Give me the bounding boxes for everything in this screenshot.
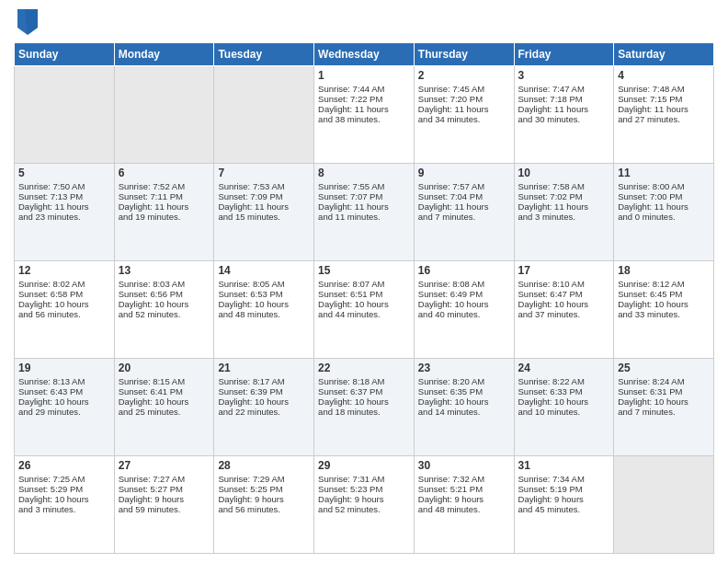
day-info: Sunrise: 7:58 AM [518,181,610,191]
day-number: 24 [518,362,610,374]
day-number: 7 [218,167,310,179]
day-info: Sunrise: 8:00 AM [618,181,710,191]
day-info: Daylight: 10 hours [318,396,410,407]
logo [14,9,38,35]
calendar-cell: 5Sunrise: 7:50 AMSunset: 7:13 PMDaylight… [15,164,115,261]
day-info: Sunset: 5:23 PM [318,484,410,494]
day-info: Sunset: 7:00 PM [618,191,710,201]
calendar-cell [214,66,314,164]
day-info: Daylight: 9 hours [218,494,310,504]
day-info: Daylight: 11 hours [418,104,510,114]
day-info: Sunrise: 8:20 AM [418,376,510,386]
day-info: Daylight: 10 hours [318,299,410,309]
day-info: Sunrise: 7:48 AM [618,84,710,94]
day-number: 2 [418,69,510,82]
day-info: and 59 minutes. [119,504,210,514]
day-info: Sunrise: 7:31 AM [318,474,410,484]
day-info: Daylight: 11 hours [518,201,610,212]
day-info: Daylight: 10 hours [119,299,210,309]
day-info: and 23 minutes. [18,212,110,222]
calendar-cell: 10Sunrise: 7:58 AMSunset: 7:02 PMDayligh… [514,164,614,261]
day-info: Sunrise: 8:10 AM [518,279,610,289]
calendar-day-header: Sunday [15,43,115,66]
day-info: Daylight: 10 hours [518,299,610,309]
day-number: 18 [618,264,710,277]
day-info: Daylight: 10 hours [218,299,310,309]
day-number: 6 [119,167,210,179]
day-info: Sunset: 5:29 PM [18,484,110,494]
day-number: 22 [318,362,410,374]
day-info: and 7 minutes. [418,212,510,222]
calendar-cell: 13Sunrise: 8:03 AMSunset: 6:56 PMDayligh… [114,261,214,359]
day-info: Sunset: 6:39 PM [218,386,310,396]
calendar-day-header: Thursday [414,43,514,66]
day-info: Sunrise: 8:07 AM [318,279,410,289]
day-info: and 45 minutes. [518,504,610,514]
calendar-cell: 6Sunrise: 7:52 AMSunset: 7:11 PMDaylight… [114,164,214,261]
day-number: 23 [418,362,510,374]
day-info: Daylight: 10 hours [119,396,210,407]
day-number: 21 [218,362,310,374]
day-number: 27 [119,459,210,472]
day-info: Sunset: 6:45 PM [618,289,710,299]
day-number: 9 [418,167,510,179]
calendar-cell: 15Sunrise: 8:07 AMSunset: 6:51 PMDayligh… [314,261,415,359]
day-info: Sunset: 7:02 PM [518,191,610,201]
calendar-table: SundayMondayTuesdayWednesdayThursdayFrid… [14,42,714,554]
day-info: Sunrise: 8:05 AM [218,279,310,289]
day-info: Sunrise: 7:47 AM [518,84,610,94]
day-info: and 22 minutes. [218,407,310,417]
day-info: Sunrise: 7:45 AM [418,84,510,94]
day-info: Sunset: 6:49 PM [418,289,510,299]
calendar-cell: 16Sunrise: 8:08 AMSunset: 6:49 PMDayligh… [414,261,514,359]
day-number: 16 [418,264,510,277]
day-info: Sunrise: 7:25 AM [18,474,110,484]
calendar-cell: 7Sunrise: 7:53 AMSunset: 7:09 PMDaylight… [214,164,314,261]
day-info: Sunrise: 8:18 AM [318,376,410,386]
day-info: and 0 minutes. [618,212,710,222]
day-info: Sunrise: 7:34 AM [518,474,610,484]
day-info: Sunset: 6:58 PM [18,289,110,299]
day-info: Daylight: 11 hours [518,104,610,114]
day-info: Sunset: 6:53 PM [218,289,310,299]
day-info: and 34 minutes. [418,114,510,124]
calendar-cell [114,66,214,164]
day-info: Daylight: 11 hours [119,201,210,212]
day-info: Daylight: 11 hours [618,104,710,114]
calendar-cell: 25Sunrise: 8:24 AMSunset: 6:31 PMDayligh… [614,359,714,456]
day-info: Sunset: 6:31 PM [618,386,710,396]
calendar-cell: 22Sunrise: 8:18 AMSunset: 6:37 PMDayligh… [314,359,415,456]
day-info: Daylight: 11 hours [418,201,510,212]
day-info: Sunset: 6:47 PM [518,289,610,299]
day-info: Sunrise: 8:08 AM [418,279,510,289]
calendar-cell: 12Sunrise: 8:02 AMSunset: 6:58 PMDayligh… [15,261,115,359]
day-info: Daylight: 9 hours [119,494,210,504]
calendar-cell: 30Sunrise: 7:32 AMSunset: 5:21 PMDayligh… [414,456,514,554]
day-number: 26 [18,459,110,472]
calendar-week-row: 12Sunrise: 8:02 AMSunset: 6:58 PMDayligh… [15,261,714,359]
day-info: Sunset: 7:11 PM [119,191,210,201]
day-info: Daylight: 11 hours [318,201,410,212]
day-info: Sunset: 6:41 PM [119,386,210,396]
day-info: and 3 minutes. [18,504,110,514]
day-info: Daylight: 9 hours [318,494,410,504]
day-info: Sunrise: 8:12 AM [618,279,710,289]
day-info: Sunset: 6:43 PM [18,386,110,396]
day-info: Daylight: 10 hours [18,494,110,504]
calendar-cell: 17Sunrise: 8:10 AMSunset: 6:47 PMDayligh… [514,261,614,359]
day-info: Sunrise: 7:44 AM [318,84,410,94]
page: SundayMondayTuesdayWednesdayThursdayFrid… [0,0,728,563]
day-number: 15 [318,264,410,277]
day-number: 19 [18,362,110,374]
day-info: Sunset: 5:27 PM [119,484,210,494]
day-info: Sunrise: 7:53 AM [218,181,310,191]
calendar-cell: 29Sunrise: 7:31 AMSunset: 5:23 PMDayligh… [314,456,415,554]
day-info: Sunset: 7:18 PM [518,94,610,104]
day-info: Daylight: 10 hours [18,396,110,407]
day-info: and 14 minutes. [418,407,510,417]
day-info: and 37 minutes. [518,309,610,319]
day-info: Daylight: 11 hours [618,201,710,212]
calendar-cell: 21Sunrise: 8:17 AMSunset: 6:39 PMDayligh… [214,359,314,456]
day-info: Daylight: 9 hours [418,494,510,504]
day-info: and 29 minutes. [18,407,110,417]
